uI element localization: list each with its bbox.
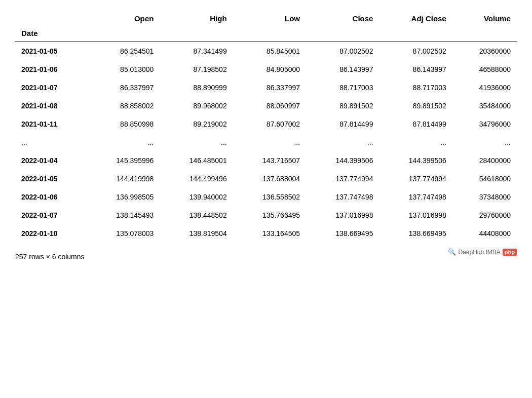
close-cell: 88.717003 bbox=[306, 78, 379, 97]
adj-close-cell: 88.717003 bbox=[379, 78, 452, 97]
high-header: High bbox=[160, 10, 233, 27]
watermark-badge: 🔍 DeepHub IMBA php bbox=[448, 248, 517, 256]
table-row: ... ... ... ... ... ... ... bbox=[15, 133, 517, 151]
high-cell: 138.448502 bbox=[160, 206, 233, 224]
table-row: 2021-01-07 86.337997 88.890999 86.337997… bbox=[15, 78, 517, 97]
watermark-icon: 🔍 bbox=[448, 248, 456, 256]
table-row: 2021-01-06 85.013000 87.198502 84.805000… bbox=[15, 60, 517, 78]
open-cell: 135.078003 bbox=[87, 224, 160, 243]
adj-close-cell: 137.016998 bbox=[379, 206, 452, 224]
high-cell: 89.219002 bbox=[160, 115, 233, 133]
adj-close-cell: 87.002502 bbox=[379, 42, 452, 61]
table-row: 2022-01-06 136.998505 139.940002 136.558… bbox=[15, 188, 517, 206]
low-cell: 86.337997 bbox=[233, 78, 306, 97]
high-cell: 89.968002 bbox=[160, 97, 233, 115]
open-cell: 136.998505 bbox=[87, 188, 160, 206]
close-cell: ... bbox=[306, 133, 379, 151]
close-header: Close bbox=[306, 10, 379, 27]
row-column-count: 257 rows × 6 columns bbox=[15, 253, 85, 261]
empty-header bbox=[15, 10, 87, 27]
open-cell: 145.395996 bbox=[87, 151, 160, 170]
high-cell: 87.341499 bbox=[160, 42, 233, 61]
open-cell: 86.254501 bbox=[87, 42, 160, 61]
volume-cell: 46588000 bbox=[452, 60, 517, 78]
volume-cell: 44408000 bbox=[452, 224, 517, 243]
adj-close-cell: ... bbox=[379, 133, 452, 151]
low-cell: ... bbox=[233, 133, 306, 151]
adj-close-cell: 86.143997 bbox=[379, 60, 452, 78]
close-cell: 86.143997 bbox=[306, 60, 379, 78]
close-cell: 89.891502 bbox=[306, 97, 379, 115]
volume-cell: 54618000 bbox=[452, 170, 517, 188]
date-cell: 2022-01-10 bbox=[15, 224, 87, 243]
volume-cell: 29760000 bbox=[452, 206, 517, 224]
table-row: 2022-01-10 135.078003 138.819504 133.164… bbox=[15, 224, 517, 243]
open-cell: 144.419998 bbox=[87, 170, 160, 188]
low-cell: 135.766495 bbox=[233, 206, 306, 224]
low-cell: 143.716507 bbox=[233, 151, 306, 170]
adj-close-cell: 138.669495 bbox=[379, 224, 452, 243]
close-cell: 138.669495 bbox=[306, 224, 379, 243]
open-cell: ... bbox=[87, 133, 160, 151]
date-cell: 2022-01-06 bbox=[15, 188, 87, 206]
low-cell: 84.805000 bbox=[233, 60, 306, 78]
date-cell: 2022-01-04 bbox=[15, 151, 87, 170]
open-cell: 86.337997 bbox=[87, 78, 160, 97]
date-cell: 2021-01-05 bbox=[15, 42, 87, 61]
close-cell: 144.399506 bbox=[306, 151, 379, 170]
low-cell: 137.688004 bbox=[233, 170, 306, 188]
table-row: 2021-01-11 88.850998 89.219002 87.607002… bbox=[15, 115, 517, 133]
volume-cell: 28400000 bbox=[452, 151, 517, 170]
high-cell: ... bbox=[160, 133, 233, 151]
low-cell: 88.060997 bbox=[233, 97, 306, 115]
table-row: 2022-01-05 144.419998 144.499496 137.688… bbox=[15, 170, 517, 188]
data-table-container: Open High Low Close Adj Close Volume Dat… bbox=[15, 10, 517, 261]
high-cell: 144.499496 bbox=[160, 170, 233, 188]
date-label-row: Date bbox=[15, 27, 517, 42]
table-row: 2022-01-04 145.395996 146.485001 143.716… bbox=[15, 151, 517, 170]
high-cell: 87.198502 bbox=[160, 60, 233, 78]
volume-cell: 41936000 bbox=[452, 78, 517, 97]
high-cell: 146.485001 bbox=[160, 151, 233, 170]
volume-cell: ... bbox=[452, 133, 517, 151]
adj-close-cell: 144.399506 bbox=[379, 151, 452, 170]
volume-cell: 34796000 bbox=[452, 115, 517, 133]
adj-close-cell: 89.891502 bbox=[379, 97, 452, 115]
stock-data-table: Open High Low Close Adj Close Volume Dat… bbox=[15, 10, 517, 243]
low-cell: 85.845001 bbox=[233, 42, 306, 61]
high-cell: 138.819504 bbox=[160, 224, 233, 243]
open-cell: 88.858002 bbox=[87, 97, 160, 115]
watermark-text: DeepHub IMBA bbox=[458, 249, 500, 256]
table-row: 2021-01-05 86.254501 87.341499 85.845001… bbox=[15, 42, 517, 61]
volume-header: Volume bbox=[452, 10, 517, 27]
volume-cell: 35484000 bbox=[452, 97, 517, 115]
open-cell: 85.013000 bbox=[87, 60, 160, 78]
adj-close-cell: 137.747498 bbox=[379, 188, 452, 206]
volume-cell: 20360000 bbox=[452, 42, 517, 61]
close-cell: 137.774994 bbox=[306, 170, 379, 188]
adj-close-cell: 137.774994 bbox=[379, 170, 452, 188]
date-cell: ... bbox=[15, 133, 87, 151]
table-row: 2021-01-08 88.858002 89.968002 88.060997… bbox=[15, 97, 517, 115]
php-badge: php bbox=[503, 249, 517, 256]
high-cell: 139.940002 bbox=[160, 188, 233, 206]
table-row: 2022-01-07 138.145493 138.448502 135.766… bbox=[15, 206, 517, 224]
open-cell: 138.145493 bbox=[87, 206, 160, 224]
date-label: Date bbox=[15, 27, 87, 42]
date-cell: 2021-01-07 bbox=[15, 78, 87, 97]
adj-close-header: Adj Close bbox=[379, 10, 452, 27]
low-header: Low bbox=[233, 10, 306, 27]
high-cell: 88.890999 bbox=[160, 78, 233, 97]
adj-close-cell: 87.814499 bbox=[379, 115, 452, 133]
date-cell: 2022-01-05 bbox=[15, 170, 87, 188]
volume-cell: 37348000 bbox=[452, 188, 517, 206]
open-header: Open bbox=[87, 10, 160, 27]
close-cell: 137.747498 bbox=[306, 188, 379, 206]
date-cell: 2021-01-08 bbox=[15, 97, 87, 115]
low-cell: 133.164505 bbox=[233, 224, 306, 243]
column-header-row: Open High Low Close Adj Close Volume bbox=[15, 10, 517, 27]
low-cell: 136.558502 bbox=[233, 188, 306, 206]
close-cell: 87.814499 bbox=[306, 115, 379, 133]
open-cell: 88.850998 bbox=[87, 115, 160, 133]
date-cell: 2022-01-07 bbox=[15, 206, 87, 224]
